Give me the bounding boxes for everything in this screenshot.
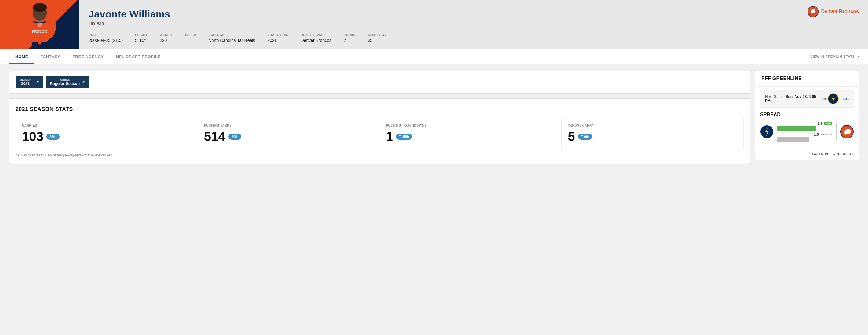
speed-label: SPEED: [185, 33, 196, 37]
svg-text:BRONCOS: BRONCOS: [29, 29, 50, 34]
svg-point-8: [37, 22, 42, 27]
player-position: HB #33: [89, 21, 859, 26]
round-value: 2: [344, 38, 355, 43]
height-label: HEIGHT: [135, 33, 148, 37]
greenline-title: PFF GREENLINE: [755, 71, 859, 86]
college-stat: COLLEGE North Carolina Tar Heels: [208, 33, 255, 43]
carries-value: 103: [22, 130, 43, 143]
market-bar-row: 2.5 MARKET: [777, 133, 832, 142]
speed-stat: SPEED —: [185, 33, 196, 43]
speed-value: —: [185, 38, 196, 43]
market-label: MARKET: [821, 133, 833, 136]
left-panel: SEASON 2021 ▼ WEEKS Regular Season ▼ 202…: [9, 71, 750, 164]
yards-per-carry-rank: T-9th: [578, 134, 592, 140]
rushing-yards-value: 514: [204, 130, 225, 143]
rushing-yards-value-row: 514 20th: [204, 130, 242, 143]
college-label: COLLEGE: [208, 33, 255, 37]
market-bar-label: 2.5 MARKET: [777, 133, 832, 136]
carries-value-row: 103 25th: [22, 130, 60, 143]
stats-grid: CARRIES 103 25th RUSHING YARDS 514 20th: [16, 119, 744, 149]
spread-section: SPREAD 1.9 PFF: [755, 108, 859, 147]
pff-bar: [777, 126, 816, 131]
round-label: ROUND: [344, 33, 355, 37]
filters-bar: SEASON 2021 ▼ WEEKS Regular Season ▼: [9, 71, 750, 93]
stats-card-title: 2021 SEASON STATS: [16, 106, 744, 112]
draft-year-stat: DRAFT YEAR 2021: [267, 33, 288, 43]
player-bio-stats: DOB 2000-04-25 (21.5) HEIGHT 5' 10" WEIG…: [89, 33, 859, 43]
weeks-dropdown[interactable]: WEEKS Regular Season ▼: [46, 76, 89, 88]
draft-team-stat: DRAFT TEAM Denver Broncos: [301, 33, 331, 43]
chargers-spread-logo-icon: [760, 125, 774, 138]
season-dropdown[interactable]: SEASON 2021 ▼: [16, 76, 43, 88]
right-panel: PFF GREENLINE Next Game: Sun, Nov 28, 4:…: [755, 71, 859, 164]
rushing-tds-label: RUSHING TOUCHDOWNS: [386, 124, 427, 127]
round-stat: ROUND 2: [344, 33, 355, 43]
rushing-yards-rank: 20th: [228, 134, 242, 140]
tab-home[interactable]: HOME: [9, 49, 34, 64]
next-game-text: Next Game: Sun, Nov 28, 4:05 PM: [765, 94, 822, 103]
rushing-yards-label: RUSHING YARDS: [204, 124, 232, 127]
external-link-icon: ↗: [856, 55, 859, 59]
spread-bars: 1.9 PFF 2.5 MARKET: [777, 122, 832, 142]
greenline-footer: GO TO PFF GREENLINE: [755, 147, 859, 160]
dob-stat: DOB 2000-04-25 (21.5): [89, 33, 123, 43]
draft-team-value: Denver Broncos: [301, 38, 331, 43]
tab-fantasy[interactable]: FANTASY: [34, 49, 66, 64]
rushing-yards-stat-box: RUSHING YARDS 514 20th: [198, 119, 380, 148]
tab-free-agency[interactable]: FREE AGENCY: [67, 49, 110, 64]
next-game-bar: Next Game: Sun, Nov 28, 4:05 PM vs LAC: [760, 90, 854, 108]
dob-value: 2000-04-25 (21.5): [89, 38, 123, 43]
market-bar: [777, 137, 809, 142]
stats-footnote: * HB with at least 20% of league-highest…: [16, 153, 744, 158]
weeks-chevron-icon: ▼: [82, 80, 85, 84]
season-chevron-icon: ▼: [36, 80, 39, 84]
rushing-tds-rank: T-45th: [396, 134, 412, 140]
spread-divider: [836, 123, 837, 140]
tab-nfl-draft-profile[interactable]: NFL DRAFT PROFILE: [110, 49, 167, 64]
svg-rect-6: [32, 43, 38, 49]
svg-point-2: [33, 3, 47, 12]
spread-title: SPREAD: [760, 112, 854, 117]
weight-stat: WEIGHT 220: [160, 33, 173, 43]
pff-bar-label: 1.9 PFF: [777, 122, 832, 125]
svg-rect-7: [41, 43, 47, 49]
carries-stat-box: CARRIES 103 25th: [16, 119, 197, 148]
yards-per-carry-value-row: 5 T-9th: [568, 130, 592, 143]
nav-tabs-left: HOME FANTASY FREE AGENCY NFL DRAFT PROFI…: [9, 49, 167, 64]
draft-team-label: DRAFT TEAM: [301, 33, 331, 37]
vs-team: vs LAC: [822, 93, 849, 104]
player-photo-area: BRONCOS: [0, 0, 80, 49]
rushing-tds-value: 1: [386, 130, 393, 143]
player-info-main: Javonte Williams HB #33 DOB 2000-04-25 (…: [80, 0, 868, 49]
yards-per-carry-stat-box: YARDS / CARRY 5 T-9th: [562, 119, 743, 148]
yards-per-carry-value: 5: [568, 130, 575, 143]
season-stats-card: 2021 SEASON STATS CARRIES 103 25th RUSHI…: [9, 99, 750, 164]
market-bar-container: [777, 137, 832, 142]
draft-year-label: DRAFT YEAR: [267, 33, 288, 37]
height-value: 5' 10": [135, 38, 148, 43]
selection-value: 35: [368, 38, 387, 43]
weight-label: WEIGHT: [160, 33, 173, 37]
yards-per-carry-label: YARDS / CARRY: [568, 124, 594, 127]
player-name: Javonte Williams: [89, 8, 859, 20]
greenline-card: PFF GREENLINE Next Game: Sun, Nov 28, 4:…: [755, 71, 859, 160]
carries-rank: 25th: [46, 134, 60, 140]
spread-content: 1.9 PFF 2.5 MARKET: [760, 122, 854, 142]
rushing-tds-value-row: 1 T-45th: [386, 130, 412, 143]
dob-label: DOB: [89, 33, 123, 37]
broncos-spread-logo-icon: [840, 125, 854, 138]
main-content: SEASON 2021 ▼ WEEKS Regular Season ▼ 202…: [0, 64, 868, 170]
pff-bar-row: 1.9 PFF: [777, 122, 832, 131]
weight-value: 220: [160, 38, 173, 43]
height-stat: HEIGHT 5' 10": [135, 33, 148, 43]
draft-year-value: 2021: [267, 38, 288, 43]
selection-stat: SELECTION 35: [368, 33, 387, 43]
selection-label: SELECTION: [368, 33, 387, 37]
player-photo: BRONCOS: [6, 0, 73, 49]
pff-badge: PFF: [824, 122, 832, 125]
player-header: BRONCOS Javonte Williams HB #33 DOB 2000…: [0, 0, 868, 49]
greenline-footer-link[interactable]: GO TO PFF GREENLINE: [812, 152, 854, 156]
premium-stats-link[interactable]: VIEW IN PREMIUM STATS ↗: [810, 55, 859, 59]
rushing-tds-stat-box: RUSHING TOUCHDOWNS 1 T-45th: [380, 119, 562, 148]
carries-label: CARRIES: [22, 124, 37, 127]
